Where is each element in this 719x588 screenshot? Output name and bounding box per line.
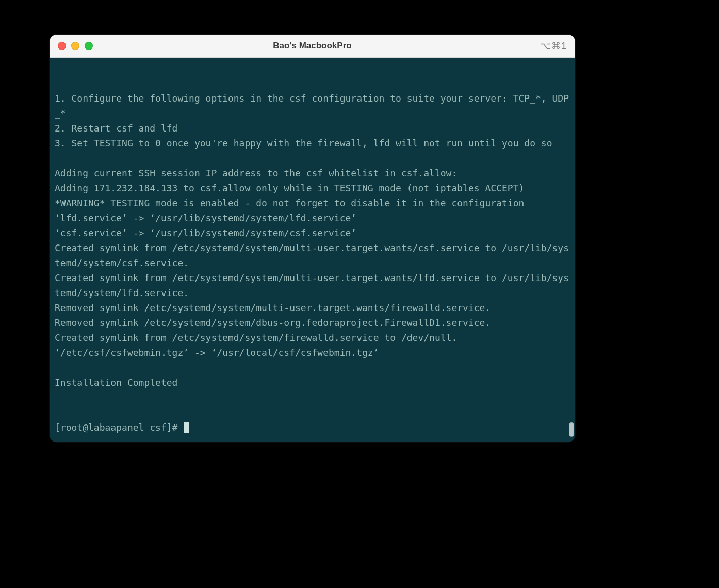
terminal-output: 1. Configure the following options in th… (55, 91, 570, 390)
window-title: Bao's MacbookPro (50, 41, 575, 51)
scrollbar-thumb[interactable] (569, 422, 574, 437)
shortcut-hint: ⌥⌘1 (540, 40, 567, 52)
minimize-icon[interactable] (71, 42, 79, 50)
close-icon[interactable] (58, 42, 66, 50)
terminal-window: Bao's MacbookPro ⌥⌘1 1. Configure the fo… (50, 35, 575, 442)
titlebar: Bao's MacbookPro ⌥⌘1 (50, 35, 575, 58)
terminal-prompt-line[interactable]: [root@labaapanel csf]# (55, 420, 570, 435)
terminal-body[interactable]: 1. Configure the following options in th… (50, 58, 575, 442)
cursor-icon (184, 422, 189, 433)
terminal-prompt: [root@labaapanel csf]# (55, 422, 183, 433)
traffic-lights (58, 42, 93, 50)
fullscreen-icon[interactable] (85, 42, 93, 50)
